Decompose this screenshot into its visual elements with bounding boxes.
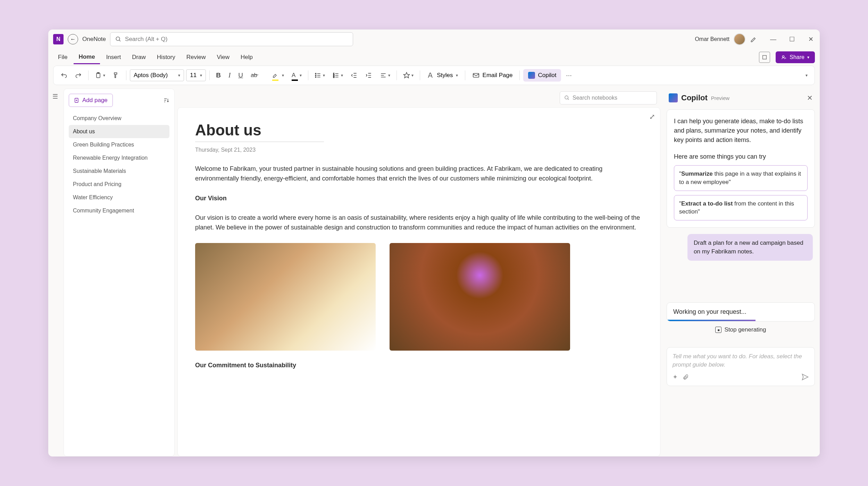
- working-card: Working on your request...: [667, 302, 815, 321]
- underline-button[interactable]: U: [235, 69, 246, 82]
- bullets-button[interactable]: ▾: [312, 69, 328, 82]
- page-item[interactable]: About us: [69, 125, 169, 138]
- attachment-icon[interactable]: [683, 374, 689, 380]
- note-heading[interactable]: Our Vision: [195, 195, 643, 202]
- share-label: Share: [790, 54, 804, 60]
- outdent-button[interactable]: [348, 69, 360, 82]
- pages-panel: Add page Company Overview About us Green…: [64, 89, 175, 456]
- menu-insert[interactable]: Insert: [101, 51, 126, 64]
- menubar: File Home Insert Draw History Review Vie…: [48, 49, 820, 66]
- ribbon-collapse[interactable]: ▾: [803, 69, 810, 82]
- copilot-input-placeholder: Tell me what you want to do. For ideas, …: [673, 352, 809, 370]
- menu-home[interactable]: Home: [74, 51, 100, 64]
- page-item[interactable]: Company Overview: [69, 112, 169, 125]
- suggestion-extract-todo[interactable]: "Extract a to-do list from the content i…: [674, 195, 808, 221]
- menu-view[interactable]: View: [212, 51, 235, 64]
- back-button[interactable]: ←: [68, 34, 78, 44]
- note-text[interactable]: Welcome to Fabrikam, your trusted partne…: [195, 164, 643, 184]
- copilot-input[interactable]: Tell me what you want to do. For ideas, …: [667, 347, 815, 386]
- search-input[interactable]: [125, 36, 348, 43]
- progress-bar: [667, 320, 756, 321]
- note-image[interactable]: [390, 243, 570, 351]
- search-icon: [115, 36, 122, 42]
- user-name: Omar Bennett: [695, 36, 729, 42]
- copilot-panel: Copilot Preview ✕ I can help you generat…: [662, 89, 820, 456]
- search-box[interactable]: [110, 32, 353, 46]
- styles-button[interactable]: Styles▾: [424, 70, 461, 81]
- note-text[interactable]: Our vision is to create a world where ev…: [195, 213, 643, 233]
- tag-button[interactable]: ▾: [400, 69, 416, 82]
- undo-button[interactable]: [58, 69, 70, 82]
- draw-mode-icon[interactable]: [750, 35, 758, 43]
- svg-point-6: [315, 73, 316, 74]
- bold-button[interactable]: B: [213, 69, 224, 82]
- strikethrough-button[interactable]: ab—: [248, 69, 267, 82]
- close-button[interactable]: ✕: [807, 35, 815, 43]
- user-message: Draft a plan for a new ad campaign based…: [687, 234, 813, 261]
- indent-button[interactable]: [362, 69, 375, 82]
- page-item[interactable]: Community Engagement: [69, 204, 169, 217]
- more-button[interactable]: ⋯: [563, 69, 575, 82]
- suggestion-summarize[interactable]: "Summarize this page in a way that expla…: [674, 165, 808, 191]
- svg-line-35: [568, 99, 569, 100]
- menu-review[interactable]: Review: [182, 51, 211, 64]
- highlight-button[interactable]: ▾: [269, 69, 287, 82]
- note-title[interactable]: About us: [195, 122, 324, 142]
- sparkle-icon[interactable]: ✦: [673, 373, 678, 381]
- fullscreen-toggle[interactable]: [759, 52, 770, 63]
- menu-draw[interactable]: Draw: [127, 51, 151, 64]
- menu-file[interactable]: File: [53, 51, 72, 64]
- font-color-button[interactable]: A▾: [289, 69, 304, 82]
- svg-point-3: [783, 56, 784, 57]
- note-date: Thursday, Sept 21, 2023: [195, 147, 643, 153]
- note-image[interactable]: [195, 243, 376, 351]
- send-button[interactable]: [801, 373, 809, 381]
- add-page-button[interactable]: Add page: [69, 94, 113, 107]
- share-button[interactable]: Share ▾: [776, 51, 815, 63]
- page-item[interactable]: Product and Pricing: [69, 178, 169, 191]
- svg-point-0: [116, 37, 120, 41]
- svg-text:3: 3: [333, 76, 334, 78]
- app-name: OneNote: [82, 36, 106, 43]
- email-page-button[interactable]: Email Page: [469, 69, 516, 81]
- titlebar: N ← OneNote Omar Bennett — ☐ ✕: [48, 30, 820, 49]
- stop-icon: ■: [715, 327, 721, 333]
- numbering-button[interactable]: 123▾: [330, 69, 346, 82]
- copilot-close-button[interactable]: ✕: [807, 94, 813, 102]
- font-size-select[interactable]: 11▾: [186, 69, 206, 81]
- format-painter-button[interactable]: [110, 69, 123, 82]
- font-select[interactable]: Aptos (Body)▾: [130, 69, 184, 81]
- window-controls: — ☐ ✕: [769, 35, 815, 43]
- page-item[interactable]: Renewable Energy Integration: [69, 151, 169, 165]
- content-area: ☰ Add page Company Overview About us Gre…: [48, 89, 820, 456]
- stop-generating-button[interactable]: ■ Stop generating: [667, 326, 815, 333]
- maximize-button[interactable]: ☐: [788, 35, 796, 43]
- search-notebooks[interactable]: Search notebooks: [560, 91, 657, 104]
- note-body[interactable]: About us Thursday, Sept 21, 2023 Welcome…: [178, 108, 660, 383]
- copilot-intro-text: I can help you generate ideas, make to-d…: [674, 117, 808, 145]
- svg-point-8: [315, 75, 316, 76]
- menu-history[interactable]: History: [152, 51, 180, 64]
- note-panel: ⤢ About us Thursday, Sept 21, 2023 Welco…: [177, 107, 660, 456]
- redo-button[interactable]: [72, 69, 85, 82]
- menu-help[interactable]: Help: [236, 51, 258, 64]
- minimize-button[interactable]: —: [769, 35, 777, 43]
- svg-line-1: [119, 40, 120, 41]
- copilot-intro-card: I can help you generate ideas, make to-d…: [667, 109, 815, 228]
- sort-button[interactable]: [163, 97, 169, 103]
- paste-button[interactable]: ▾: [92, 69, 108, 82]
- italic-button[interactable]: I: [226, 69, 233, 82]
- note-heading[interactable]: Our Commitment to Sustainability: [195, 362, 643, 369]
- expand-button[interactable]: ⤢: [649, 112, 655, 121]
- toolbar: ▾ Aptos (Body)▾ 11▾ B I U ab— ▾ A▾ ▾ 123…: [53, 66, 815, 85]
- copilot-ribbon-button[interactable]: Copilot: [523, 69, 561, 82]
- avatar[interactable]: [734, 33, 745, 45]
- svg-point-34: [565, 96, 568, 99]
- page-item[interactable]: Water Efficiency: [69, 191, 169, 204]
- page-item[interactable]: Green Building Practices: [69, 138, 169, 151]
- svg-rect-2: [763, 56, 767, 59]
- align-button[interactable]: ▾: [377, 69, 393, 82]
- page-item[interactable]: Sustainable Materials: [69, 165, 169, 178]
- nav-toggle[interactable]: ☰: [48, 89, 62, 456]
- copilot-icon: [528, 72, 535, 79]
